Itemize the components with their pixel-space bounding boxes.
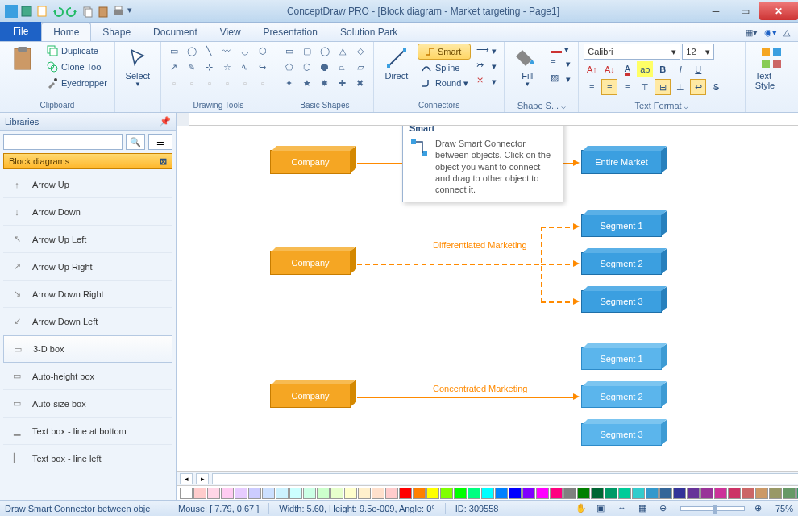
company-box-2[interactable]: Company xyxy=(270,251,351,275)
tab-view[interactable]: View xyxy=(209,23,252,41)
bshape-trap-icon[interactable]: ⏢ xyxy=(335,60,351,74)
conn-style2-button[interactable]: ↣▾ xyxy=(474,59,499,73)
pan-icon[interactable]: ✋ xyxy=(576,503,587,514)
bshape-diamond-icon[interactable]: ◇ xyxy=(352,44,368,58)
zoom-out-icon[interactable]: ⊖ xyxy=(659,503,671,514)
bold-button[interactable]: B xyxy=(655,61,671,77)
color-swatch[interactable] xyxy=(317,488,330,499)
paste-button[interactable] xyxy=(5,44,40,73)
library-item[interactable]: ↗Arrow Up Right xyxy=(3,253,172,281)
color-swatch[interactable] xyxy=(276,488,289,499)
wrap-button[interactable]: ↩ xyxy=(690,79,706,95)
library-item[interactable]: ▏Text box - line left xyxy=(3,445,172,472)
color-swatch[interactable] xyxy=(248,488,261,499)
tool-ellipse-icon[interactable]: ◯ xyxy=(184,44,200,58)
segment-box-3-3[interactable]: Segment 3 xyxy=(581,423,662,446)
tool-arrow-icon[interactable]: ↗ xyxy=(166,60,182,74)
next-page-button[interactable]: ▸ xyxy=(196,473,209,484)
undo-icon[interactable] xyxy=(51,5,64,18)
actual-size-icon[interactable]: ▦ xyxy=(638,503,650,514)
color-swatch[interactable] xyxy=(330,488,343,499)
paste-icon[interactable] xyxy=(97,5,110,18)
tool-arc-icon[interactable]: ◡ xyxy=(237,44,253,58)
library-item[interactable]: ▭Auto-size box xyxy=(3,390,172,418)
close-button[interactable]: ✕ xyxy=(759,2,798,20)
library-item[interactable]: ▭3-D box xyxy=(3,335,172,363)
color-swatch[interactable] xyxy=(769,488,782,499)
bshape-cross-icon[interactable]: ✖ xyxy=(352,76,368,90)
color-swatch[interactable] xyxy=(536,488,549,499)
color-swatch[interactable] xyxy=(358,488,371,499)
connector-3[interactable] xyxy=(357,397,573,398)
segment-box-3-1[interactable]: Segment 1 xyxy=(581,347,662,370)
align-right-button[interactable]: ≡ xyxy=(619,79,635,95)
fill-button[interactable]: Fill▼ xyxy=(509,44,545,89)
color-swatch[interactable] xyxy=(413,488,426,499)
round-connector-button[interactable]: Round ▾ xyxy=(418,76,471,90)
connector-2a[interactable] xyxy=(541,227,573,228)
tool-connector-icon[interactable]: ↪ xyxy=(255,60,271,74)
highlight-button[interactable]: ab xyxy=(637,61,653,77)
select-button[interactable]: Select▼ xyxy=(120,44,156,89)
connector-2-main[interactable] xyxy=(357,264,541,265)
bshape-star5-icon[interactable]: ★ xyxy=(299,76,315,90)
color-swatch[interactable] xyxy=(180,488,193,499)
color-swatch[interactable] xyxy=(426,488,439,499)
italic-button[interactable]: I xyxy=(672,61,688,77)
library-category[interactable]: Block diagrams⊠ xyxy=(3,153,172,169)
library-item[interactable]: ↓Arrow Down xyxy=(3,198,172,226)
color-swatch[interactable] xyxy=(659,488,672,499)
copy-icon[interactable] xyxy=(81,5,94,18)
library-search-input[interactable] xyxy=(3,134,123,150)
segment-box-2-3[interactable]: Segment 3 xyxy=(581,290,662,313)
direct-connector-button[interactable]: Direct xyxy=(379,44,414,82)
font-size-select[interactable]: 12▾ xyxy=(682,44,714,60)
tool-poly-icon[interactable]: ⬡ xyxy=(255,44,271,58)
horizontal-scrollbar[interactable] xyxy=(212,473,798,484)
drawing-canvas[interactable]: Company Entire Market Company Differenti… xyxy=(189,126,798,471)
redo-icon[interactable] xyxy=(66,5,79,18)
color-swatch[interactable] xyxy=(262,488,275,499)
color-swatch[interactable] xyxy=(385,488,398,499)
color-swatch[interactable] xyxy=(700,488,713,499)
line-color-button[interactable]: ▾ xyxy=(548,44,573,56)
color-swatch[interactable] xyxy=(742,488,754,499)
tool-curve-icon[interactable]: 〰 xyxy=(219,44,235,58)
conn-style1-button[interactable]: ⟶▾ xyxy=(474,44,499,58)
color-swatch[interactable] xyxy=(289,488,302,499)
tool-pen-icon[interactable]: ✎ xyxy=(184,60,200,74)
library-item[interactable]: ↙Arrow Down Left xyxy=(3,308,172,335)
segment-box-3-2[interactable]: Segment 2 xyxy=(581,385,662,408)
color-swatch[interactable] xyxy=(646,488,659,499)
fit-page-icon[interactable]: ▣ xyxy=(596,503,608,514)
duplicate-button[interactable]: Duplicate xyxy=(44,44,110,58)
color-swatch[interactable] xyxy=(728,488,741,499)
color-swatch[interactable] xyxy=(522,488,535,499)
color-swatch[interactable] xyxy=(755,488,768,499)
line-style-button[interactable]: ≡▾ xyxy=(548,56,573,71)
valign-bot-button[interactable]: ⊥ xyxy=(672,79,688,95)
color-swatch[interactable] xyxy=(673,488,686,499)
underline-button[interactable]: U xyxy=(690,61,706,77)
connector-2c[interactable] xyxy=(541,301,573,303)
bshape-oct-icon[interactable]: ⯃ xyxy=(317,60,333,74)
color-swatch[interactable] xyxy=(714,488,727,499)
bshape-tri-icon[interactable]: △ xyxy=(335,44,351,58)
segment-box-2-1[interactable]: Segment 1 xyxy=(581,214,662,237)
font-select[interactable]: Calibri▾ xyxy=(584,44,680,60)
clone-tool-button[interactable]: Clone Tool xyxy=(44,60,110,74)
help-icon[interactable]: ◉▾ xyxy=(764,27,777,38)
grow-font-button[interactable]: A↑ xyxy=(584,61,600,77)
tool-star-icon[interactable]: ☆ xyxy=(219,60,235,74)
prev-page-button[interactable]: ◂ xyxy=(180,473,193,484)
color-swatch[interactable] xyxy=(235,488,247,499)
bshape-rect-icon[interactable]: ▭ xyxy=(281,44,297,58)
smart-connector-button[interactable]: Smart xyxy=(418,44,471,60)
eyedropper-button[interactable]: Eyedropper xyxy=(44,76,110,90)
color-swatch[interactable] xyxy=(687,488,700,499)
color-swatch[interactable] xyxy=(577,488,590,499)
tab-document[interactable]: Document xyxy=(142,23,209,41)
text-style-button[interactable]: Text Style xyxy=(750,44,793,92)
collapse-ribbon-icon[interactable]: △ xyxy=(783,27,790,38)
color-swatch[interactable] xyxy=(372,488,384,499)
